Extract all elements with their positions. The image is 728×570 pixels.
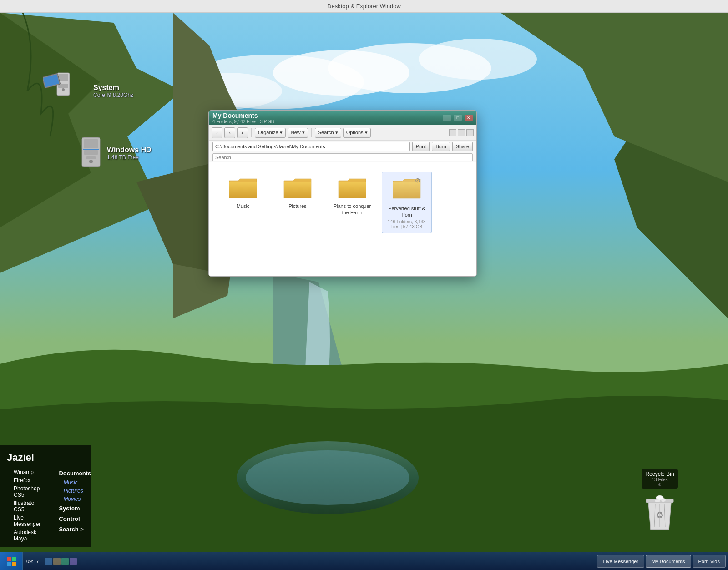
view-list-icon[interactable] bbox=[449, 129, 456, 136]
recycle-bin[interactable]: Recycle Bin 13 Files ⊘ ♻ bbox=[642, 469, 678, 534]
svg-rect-30 bbox=[7, 557, 11, 561]
explorer-window: My Documents 4 Folders, 9,142 Files | 30… bbox=[208, 110, 477, 277]
taskbar: 09:17 Live Messenger My Documents Porn V… bbox=[0, 552, 728, 570]
svg-point-5 bbox=[419, 39, 537, 80]
folder-plans[interactable]: Plans to conquer the Earth bbox=[327, 172, 377, 233]
svg-rect-16 bbox=[84, 150, 98, 155]
app-winamp[interactable]: Winamp bbox=[7, 468, 47, 476]
clock-area: 09:17 bbox=[23, 559, 43, 564]
tray-icon-3 bbox=[61, 558, 69, 565]
address-bar: Print Burn Share bbox=[209, 141, 476, 152]
app-illustrator[interactable]: Illustrator CS5 bbox=[7, 499, 47, 514]
new-button[interactable]: New ▾ bbox=[288, 128, 308, 138]
taskbar-buttons: Live Messenger My Documents Porn Vids bbox=[597, 555, 728, 568]
taskbar-tray bbox=[43, 558, 79, 565]
system-icon bbox=[43, 71, 89, 111]
hd-widget-label: Windows HD 1,48 TB Free bbox=[107, 146, 152, 161]
burn-button[interactable]: Burn bbox=[432, 142, 450, 151]
svg-point-29 bbox=[656, 495, 663, 500]
tray-icon-2 bbox=[53, 558, 61, 565]
start-panel: Jaziel Winamp Firefox Photoshop CS5 Illu… bbox=[0, 445, 91, 547]
explorer-subtitle: 4 Folders, 9,142 Files | 304GB bbox=[212, 119, 440, 124]
windows-hd-widget[interactable]: Windows HD 1,48 TB Free bbox=[80, 136, 152, 170]
explorer-title: My Documents bbox=[212, 112, 440, 119]
folder-perverted-label: Perverted stuff & Porn bbox=[386, 205, 428, 218]
svg-rect-19 bbox=[83, 149, 99, 150]
system-control[interactable]: Control bbox=[52, 514, 98, 524]
svg-point-10 bbox=[62, 88, 65, 91]
search-link[interactable]: Search > bbox=[52, 524, 98, 535]
share-button[interactable]: Share bbox=[452, 142, 473, 151]
svg-rect-11 bbox=[58, 84, 68, 88]
system-widget[interactable]: System Core I9 8,20Ghz bbox=[43, 71, 133, 111]
svg-rect-18 bbox=[86, 156, 96, 159]
search-input[interactable] bbox=[212, 153, 473, 161]
start-button[interactable] bbox=[0, 552, 23, 570]
recycle-bin-label: Recycle Bin 13 Files ⊘ bbox=[642, 469, 677, 489]
view-large-icon[interactable] bbox=[466, 129, 474, 136]
back-button[interactable]: ‹ bbox=[212, 127, 222, 138]
forward-button[interactable]: › bbox=[224, 127, 235, 138]
app-messenger[interactable]: Live Messenger bbox=[7, 514, 47, 528]
folder-pictures-label: Pictures bbox=[288, 203, 307, 209]
taskbar-btn-messenger[interactable]: Live Messenger bbox=[597, 555, 644, 568]
taskbar-btn-mydocs[interactable]: My Documents bbox=[646, 555, 691, 568]
documents-section-title: Documents bbox=[52, 468, 98, 479]
folder-plans-label: Plans to conquer the Earth bbox=[331, 203, 374, 216]
system-widget-label: System Core I9 8,20Ghz bbox=[93, 84, 133, 98]
doc-pictures[interactable]: Pictures bbox=[52, 487, 98, 495]
view-medium-icon[interactable] bbox=[458, 129, 465, 136]
folder-perverted-meta: 146 Folders, 8,133 files | 57,43 GB bbox=[386, 219, 428, 229]
folder-perverted[interactable]: ⊘ Perverted stuff & Porn 146 Folders, 8,… bbox=[382, 172, 432, 233]
toolbar-divider-2 bbox=[311, 128, 312, 137]
window-minimize[interactable]: ─ bbox=[443, 115, 451, 121]
svg-rect-33 bbox=[12, 562, 16, 566]
recycle-bin-icon: ♻ bbox=[642, 491, 678, 534]
title-text: Desktop & Explorer Window bbox=[327, 3, 401, 10]
window-maximize[interactable]: □ bbox=[454, 115, 462, 121]
explorer-content: Music Pictures bbox=[209, 162, 476, 276]
toolbar-divider-1 bbox=[251, 128, 252, 137]
folder-music-label: Music bbox=[237, 203, 250, 209]
up-button[interactable]: ▲ bbox=[237, 127, 248, 138]
app-firefox[interactable]: Firefox bbox=[7, 476, 47, 484]
doc-movies[interactable]: Movies bbox=[52, 495, 98, 503]
title-bar: Desktop & Explorer Window bbox=[0, 0, 728, 13]
svg-point-7 bbox=[246, 450, 410, 505]
user-name: Jaziel bbox=[0, 449, 91, 468]
organize-button[interactable]: Organize ▾ bbox=[255, 128, 286, 138]
search-button[interactable]: Search ▾ bbox=[315, 128, 341, 138]
svg-rect-31 bbox=[12, 557, 16, 561]
app-photoshop[interactable]: Photoshop CS5 bbox=[7, 484, 47, 499]
system-section-title: System bbox=[52, 503, 98, 514]
folder-music[interactable]: Music bbox=[218, 172, 268, 233]
tray-icon-4 bbox=[70, 558, 77, 565]
svg-rect-32 bbox=[7, 562, 11, 566]
window-close[interactable]: ✕ bbox=[465, 115, 473, 121]
options-button[interactable]: Options ▾ bbox=[343, 128, 371, 138]
explorer-toolbar: ‹ › ▲ Organize ▾ New ▾ Search ▾ Options … bbox=[209, 125, 476, 141]
hd-icon bbox=[80, 136, 102, 170]
svg-rect-15 bbox=[84, 139, 98, 148]
clock-time: 09:17 bbox=[26, 559, 39, 564]
doc-music[interactable]: Music bbox=[52, 479, 98, 487]
print-button[interactable]: Print bbox=[412, 142, 430, 151]
tray-icon-1 bbox=[45, 558, 52, 565]
taskbar-btn-pornvids[interactable]: Porn Vids bbox=[693, 555, 726, 568]
svg-point-17 bbox=[89, 160, 93, 163]
folder-pictures[interactable]: Pictures bbox=[273, 172, 323, 233]
app-maya[interactable]: Autodesk Maya bbox=[7, 528, 47, 543]
explorer-titlebar: My Documents 4 Folders, 9,142 Files | 30… bbox=[209, 111, 476, 125]
svg-rect-9 bbox=[58, 74, 68, 81]
svg-text:♻: ♻ bbox=[656, 510, 664, 520]
address-input[interactable] bbox=[212, 142, 410, 151]
